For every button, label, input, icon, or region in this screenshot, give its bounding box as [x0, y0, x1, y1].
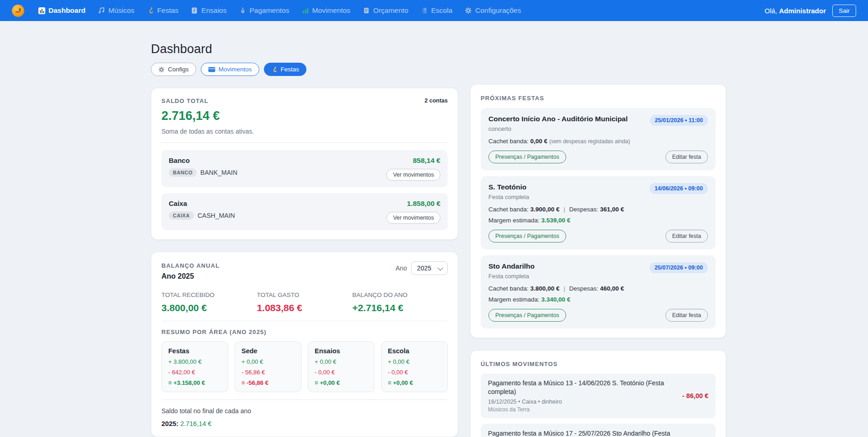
year-end-value: 2.716,14 € — [180, 420, 212, 427]
total-balance-value: 2.716,14 € — [161, 109, 448, 123]
chip-festas[interactable]: Festas — [264, 63, 307, 76]
year-select-value: 2025 — [417, 264, 431, 272]
nav-label: Escola — [431, 6, 453, 15]
area-box-festas: Festas + 3.800,00 € - 642,00 € = +3.158,… — [161, 341, 228, 392]
area-income: + 0,00 € — [388, 358, 441, 365]
account-type-badge: CAIXA — [169, 211, 194, 220]
card-title: PRÓXIMAS FESTAS — [481, 95, 544, 102]
money-bag-icon: € — [239, 7, 247, 15]
chevron-down-icon — [438, 264, 444, 270]
quick-filter-chips: Configs Movimentos Festas — [151, 63, 458, 76]
year-title: Ano 2025 — [161, 272, 220, 281]
account-name: Caixa — [169, 200, 235, 207]
gig-cachet-value: 3.900,00 € — [530, 206, 560, 213]
saxophone-icon — [271, 66, 278, 73]
area-net: = +3.158,00 € — [168, 379, 221, 386]
chip-configs[interactable]: Configs — [151, 63, 196, 76]
area-net: = +0,00 € — [315, 379, 368, 386]
edit-gig-button[interactable]: Editar festa — [665, 151, 708, 163]
horn-logo-icon — [15, 7, 21, 14]
account-row-banco: Banco BANCO BANK_MAIN 858,14 € Ver movim… — [161, 150, 448, 187]
gig-expenses-value: 361,00 € — [600, 206, 624, 213]
gig-cachet-value: 0,00 € — [530, 138, 548, 145]
chart-increasing-icon — [302, 7, 310, 15]
area-expense: - 56,86 € — [241, 369, 295, 376]
nav-item-pagamentos[interactable]: € Pagamentos — [239, 6, 289, 15]
gig-margin-line: Margem estimada: 3.539,00 € — [488, 217, 708, 224]
gig-expenses-value: 460,00 € — [600, 285, 624, 292]
movement-title: Pagamento festa a Músico 13 - 14/06/2026… — [488, 379, 677, 396]
movement-title: Pagamento festa a Músico 17 - 25/07/2026… — [488, 429, 677, 437]
chip-movimentos[interactable]: Movimentos — [201, 63, 259, 76]
divider — [161, 399, 448, 400]
attendance-payments-button[interactable]: Presenças / Pagamentos — [488, 230, 566, 243]
user-name: Administrador — [779, 7, 826, 15]
movement-row: Pagamento festa a Músico 13 - 14/06/2026… — [481, 373, 716, 418]
total-value: +2.716,14 € — [352, 302, 448, 313]
dashboard-icon — [38, 7, 46, 15]
nav-item-musicos[interactable]: Músicos — [98, 6, 134, 15]
account-balance: 1.858,00 € — [407, 200, 440, 208]
account-type-badge: BANCO — [169, 168, 197, 177]
nav-label: Músicos — [108, 6, 134, 15]
nav-item-ensaios[interactable]: Ensaios — [191, 6, 226, 15]
gig-type: Festa completa — [488, 273, 535, 280]
attendance-payments-button[interactable]: Presenças / Pagamentos — [488, 151, 566, 163]
year-net-balance: BALANÇO DO ANO +2.716,14 € — [352, 291, 448, 313]
area-summary-title: RESUMO POR ÁREA (ANO 2025) — [161, 329, 448, 335]
gig-margin-line: Margem estimada: 3.340,00 € — [488, 296, 708, 303]
year-end-balance-label: Saldo total no final de cada ano — [161, 407, 448, 415]
nav-label: Ensaios — [201, 6, 226, 15]
annual-balance-card: BALANÇO ANUAL Ano 2025 Ano 2025 TOTAL RE… — [151, 252, 458, 437]
year-totals: TOTAL RECEBIDO 3.800,00 € TOTAL GASTO 1.… — [161, 291, 448, 313]
nav-item-orcamento[interactable]: Orçamento — [363, 6, 408, 15]
edit-gig-button[interactable]: Editar festa — [665, 230, 708, 243]
nav-right: Olá, Administrador Sair — [765, 5, 856, 17]
edit-gig-button[interactable]: Editar festa — [665, 309, 708, 322]
chip-label: Movimentos — [219, 66, 252, 73]
nav-item-movimentos[interactable]: Movimentos — [302, 6, 351, 15]
app-logo[interactable] — [12, 5, 24, 17]
gig-datetime-badge: 25/01/2026 • 11:00 — [650, 115, 708, 126]
nav-label: Configurações — [475, 6, 521, 15]
gig-note: (sem despesas registadas ainda) — [549, 138, 630, 145]
music-notes-icon — [98, 7, 106, 15]
gig-type: Festa completa — [488, 194, 529, 200]
divider — [161, 321, 448, 321]
accounts-count: 2 contas — [424, 97, 448, 104]
separator: | — [563, 206, 565, 213]
recent-movements-card: ÚLTIMOS MOVIMENTOS Pagamento festa a Mús… — [470, 350, 726, 437]
movement-meta: 16/12/2025 • Caixa • dinheiro — [488, 399, 677, 405]
nav-item-configuracoes[interactable]: Configurações — [465, 6, 521, 15]
left-column: Dashboard Configs Movimentos Festas — [151, 42, 458, 437]
separator: | — [563, 285, 565, 292]
attendance-payments-button[interactable]: Presenças / Pagamentos — [488, 309, 566, 322]
gig-title: Sto Andarilho — [488, 262, 535, 270]
total-value: 1.083,86 € — [257, 302, 353, 313]
area-name: Ensaios — [315, 347, 368, 355]
area-name: Festas — [168, 347, 221, 355]
nav-label: Festas — [157, 6, 179, 15]
nav-item-escola[interactable]: Escola — [421, 6, 453, 15]
area-income: + 0,00 € — [241, 358, 295, 365]
area-name: Sede — [241, 347, 295, 355]
area-expense: - 642,00 € — [168, 369, 221, 376]
gig-title: Concerto Início Ano - Auditório Municipa… — [488, 115, 628, 123]
total-label: BALANÇO DO ANO — [352, 291, 448, 298]
main-content: Dashboard Configs Movimentos Festas — [0, 21, 868, 437]
right-column: PRÓXIMAS FESTAS Concerto Início Ano - Au… — [470, 84, 726, 437]
card-title: SALDO TOTAL — [161, 97, 209, 104]
account-balance: 858,14 € — [413, 156, 440, 165]
card-title: BALANÇO ANUAL — [161, 262, 220, 269]
logout-button[interactable]: Sair — [832, 5, 856, 17]
account-row-caixa: Caixa CAIXA CASH_MAIN 1.858,00 € Ver mov… — [161, 193, 448, 230]
nav-label: Dashboard — [48, 6, 86, 15]
gig-item: S. Teotónio Festa completa 14/06/2026 • … — [481, 176, 716, 249]
view-movements-button[interactable]: Ver movimentos — [386, 212, 440, 224]
nav-item-dashboard[interactable]: Dashboard — [38, 6, 86, 15]
year-select[interactable]: 2025 — [411, 261, 448, 275]
nav-item-festas[interactable]: Festas — [147, 6, 179, 15]
page-title: Dashboard — [151, 42, 458, 56]
user-greeting: Olá, Administrador — [765, 7, 826, 15]
view-movements-button[interactable]: Ver movimentos — [386, 169, 440, 181]
